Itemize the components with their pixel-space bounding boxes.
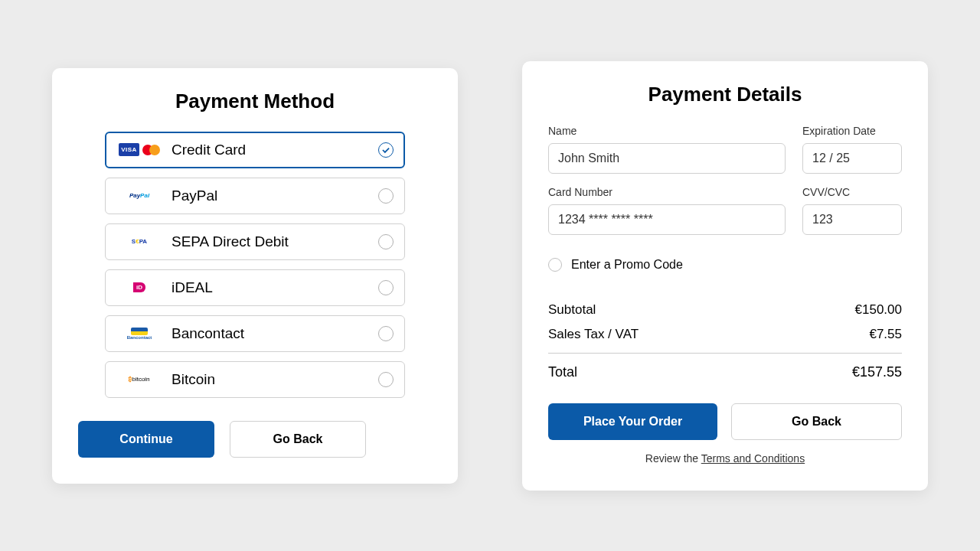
ideal-icon: iD bbox=[116, 282, 162, 292]
cvv-input[interactable] bbox=[802, 204, 902, 235]
total-row: Total €157.55 bbox=[548, 360, 902, 385]
total-value: €157.55 bbox=[852, 364, 902, 380]
option-sepa[interactable]: S€PA SEPA Direct Debit bbox=[105, 223, 405, 260]
card-number-field-group: Card Number bbox=[548, 186, 786, 235]
option-credit-card[interactable]: VISA Credit Card bbox=[105, 132, 405, 168]
payment-method-title: Payment Method bbox=[78, 90, 432, 113]
expiration-field-group: Expiration Date bbox=[802, 125, 902, 174]
name-input[interactable] bbox=[548, 143, 786, 174]
radio-checked-icon bbox=[378, 142, 394, 158]
payment-method-buttons: Continue Go Back bbox=[78, 421, 432, 458]
name-field-group: Name bbox=[548, 125, 786, 174]
radio-unchecked-icon bbox=[378, 372, 394, 387]
summary-divider bbox=[548, 353, 902, 354]
go-back-button[interactable]: Go Back bbox=[731, 403, 902, 440]
cvv-label: CVV/CVC bbox=[802, 186, 902, 198]
radio-unchecked-icon bbox=[378, 188, 394, 204]
payment-form: Name Expiration Date Card Number CVV/CVC bbox=[548, 125, 902, 235]
subtotal-value: €150.00 bbox=[855, 302, 902, 318]
option-paypal[interactable]: PayPal PayPal bbox=[105, 178, 405, 214]
payment-options: VISA Credit Card PayPal PayPal S€PA SEPA… bbox=[105, 132, 405, 398]
bitcoin-icon: ₿bitcoin bbox=[116, 376, 162, 383]
name-label: Name bbox=[548, 125, 786, 137]
paypal-icon: PayPal bbox=[116, 192, 162, 199]
option-label: Credit Card bbox=[172, 142, 378, 158]
option-ideal[interactable]: iD iDEAL bbox=[105, 269, 405, 306]
payment-details-card: Payment Details Name Expiration Date Car… bbox=[522, 61, 928, 491]
card-number-input[interactable] bbox=[548, 204, 786, 235]
cvv-field-group: CVV/CVC bbox=[802, 186, 902, 235]
radio-unchecked-icon bbox=[378, 326, 394, 341]
terms-link[interactable]: Terms and Conditions bbox=[701, 452, 805, 465]
place-order-button[interactable]: Place Your Order bbox=[548, 403, 717, 440]
sepa-icon: S€PA bbox=[116, 238, 162, 245]
expiration-input[interactable] bbox=[802, 143, 902, 174]
total-label: Total bbox=[548, 364, 577, 380]
tax-row: Sales Tax / VAT €7.55 bbox=[548, 322, 902, 347]
payment-details-title: Payment Details bbox=[548, 83, 902, 106]
tax-value: €7.55 bbox=[869, 327, 902, 342]
expiration-label: Expiration Date bbox=[802, 125, 902, 137]
option-label: PayPal bbox=[172, 187, 378, 204]
option-label: iDEAL bbox=[172, 279, 378, 296]
tax-label: Sales Tax / VAT bbox=[548, 327, 639, 342]
subtotal-label: Subtotal bbox=[548, 302, 596, 318]
credit-card-brands-icon: VISA bbox=[116, 143, 162, 156]
subtotal-row: Subtotal €150.00 bbox=[548, 298, 902, 322]
card-number-label: Card Number bbox=[548, 186, 786, 198]
payment-method-card: Payment Method VISA Credit Card PayPal P… bbox=[52, 68, 458, 484]
promo-label: Enter a Promo Code bbox=[571, 258, 683, 272]
option-bitcoin[interactable]: ₿bitcoin Bitcoin bbox=[105, 361, 405, 398]
bancontact-icon: Bancontact bbox=[116, 328, 162, 340]
continue-button[interactable]: Continue bbox=[78, 421, 214, 458]
terms-row: Review the Terms and Conditions bbox=[548, 452, 902, 465]
promo-radio[interactable] bbox=[548, 258, 562, 272]
option-label: Bancontact bbox=[172, 325, 378, 342]
promo-code-row: Enter a Promo Code bbox=[548, 258, 902, 272]
radio-unchecked-icon bbox=[378, 280, 394, 295]
option-label: SEPA Direct Debit bbox=[172, 233, 378, 250]
radio-unchecked-icon bbox=[378, 234, 394, 249]
payment-details-buttons: Place Your Order Go Back bbox=[548, 403, 902, 440]
terms-prefix: Review the bbox=[645, 452, 701, 465]
go-back-button[interactable]: Go Back bbox=[230, 421, 366, 458]
option-label: Bitcoin bbox=[172, 371, 378, 388]
option-bancontact[interactable]: Bancontact Bancontact bbox=[105, 315, 405, 352]
